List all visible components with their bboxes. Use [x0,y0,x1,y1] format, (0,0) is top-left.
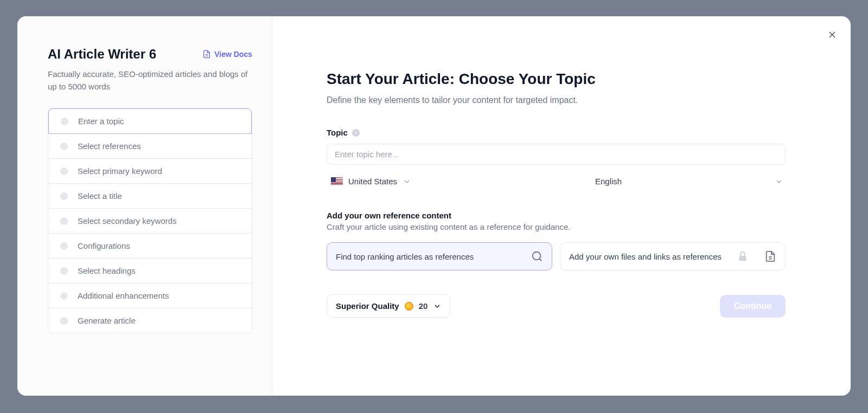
coin-icon [405,302,413,311]
svg-rect-6 [739,256,746,261]
step-label: Generate article [78,316,136,325]
step-bullet-icon [60,217,68,225]
step-generate-article[interactable]: Generate article [48,308,252,333]
step-bullet-icon [60,242,68,250]
step-label: Enter a topic [78,117,124,126]
step-bullet-icon [60,317,68,325]
page-title: Start Your Article: Choose Your Topic [327,70,786,88]
close-icon [827,29,838,40]
chevron-down-icon [403,177,411,186]
svg-line-5 [539,259,541,261]
step-select-references[interactable]: Select references [48,134,252,159]
sidebar: AI Article Writer 6 View Docs Factually … [17,16,272,396]
view-docs-link[interactable]: View Docs [202,50,252,59]
page-subtitle: Define the key elements to tailor your c… [327,95,786,105]
us-flag-icon [331,177,343,186]
step-label: Select a title [78,191,122,201]
topic-input[interactable] [327,144,786,165]
step-select-title[interactable]: Select a title [48,184,252,209]
quality-select[interactable]: Superior Quality 20 [327,294,451,318]
view-docs-label: View Docs [214,50,252,59]
step-bullet-icon [60,143,68,150]
svg-point-4 [533,252,541,260]
step-label: Select secondary keywords [78,216,177,225]
step-select-secondary-keywords[interactable]: Select secondary keywords [48,209,252,234]
ref-option-own-files[interactable]: Add your own files and links as referenc… [560,242,786,270]
step-additional-enhancements[interactable]: Additional enhancements [48,283,252,308]
quality-label: Superior Quality [336,301,399,311]
step-label: Additional enhancements [78,291,169,300]
ref-option-label: Find top ranking articles as references [336,252,474,261]
step-select-primary-keyword[interactable]: Select primary keyword [48,159,252,184]
chevron-down-icon [433,302,442,311]
step-label: Select primary keyword [78,166,162,176]
country-label: United States [348,177,397,186]
info-icon[interactable]: i [352,129,360,137]
step-label: Select references [78,141,141,151]
step-bullet-icon [61,118,68,125]
step-label: Configurations [78,241,130,250]
main-content: Start Your Article: Choose Your Topic De… [272,16,851,396]
language-select[interactable]: English [564,173,786,189]
country-select[interactable]: United States [327,173,551,189]
article-writer-modal: AI Article Writer 6 View Docs Factually … [17,16,851,396]
search-icon [531,250,543,262]
sidebar-title: AI Article Writer 6 [48,47,202,62]
continue-button[interactable]: Continue [720,295,786,318]
reference-subtitle: Craft your article using existing conten… [327,222,786,231]
step-label: Select headings [78,266,136,275]
step-select-headings[interactable]: Select headings [48,259,252,283]
sidebar-subtitle: Factually accurate, SEO-optimized articl… [48,68,252,93]
chevron-down-icon [775,177,783,186]
reference-title: Add your own reference content [327,211,786,220]
language-label: English [568,177,622,186]
step-bullet-icon [60,267,68,275]
step-bullet-icon [60,192,68,200]
quality-cost: 20 [419,301,428,311]
file-icon [764,250,776,262]
topic-label: Topic i [327,128,786,137]
ref-option-top-ranking[interactable]: Find top ranking articles as references [327,242,552,270]
document-icon [202,50,211,59]
ref-option-label: Add your own files and links as referenc… [569,252,722,261]
close-button[interactable] [824,26,841,43]
step-enter-topic[interactable]: Enter a topic [48,108,252,134]
step-bullet-icon [60,292,68,300]
step-bullet-icon [60,167,68,175]
step-configurations[interactable]: Configurations [48,234,252,259]
steps-list: Enter a topic Select references Select p… [48,108,252,333]
lock-icon [737,250,749,262]
